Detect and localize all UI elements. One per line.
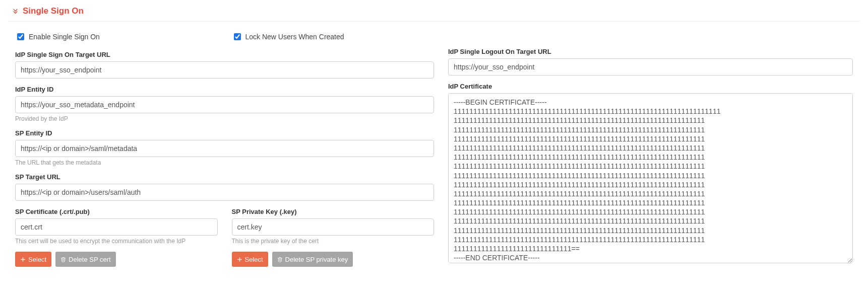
lock-new-users-label: Lock New Users When Created	[245, 33, 344, 41]
sp-target-url-label: SP Target URL	[15, 173, 434, 181]
sp-target-url-input[interactable]	[15, 184, 434, 201]
enable-sso-checkbox[interactable]	[17, 33, 24, 40]
idp-entity-id-hint: Provided by the IdP	[15, 115, 434, 122]
sp-key-delete-button[interactable]: Delete SP private key	[272, 252, 353, 267]
idp-target-url-input[interactable]	[15, 61, 434, 79]
sp-cert-delete-button[interactable]: Delete SP cert	[55, 252, 116, 267]
sp-certificate-input[interactable]	[15, 218, 218, 236]
plus-icon	[20, 257, 26, 262]
sp-key-delete-label: Delete SP private key	[285, 256, 348, 263]
sp-certificate-label: SP Certificate (.crt/.pub)	[15, 208, 218, 215]
section-header[interactable]: Single Sign On	[8, 6, 860, 22]
lock-new-users-checkbox[interactable]	[234, 33, 241, 40]
trash-icon	[60, 257, 66, 262]
idp-entity-id-input[interactable]	[15, 96, 434, 113]
idp-certificate-label: IdP Certificate	[448, 83, 853, 90]
enable-sso-label: Enable Single Sign On	[29, 33, 100, 41]
idp-certificate-textarea[interactable]	[448, 93, 853, 263]
idp-logout-url-label: IdP Single Logout On Target URL	[448, 48, 853, 55]
sp-key-select-label: Select	[245, 256, 263, 263]
idp-logout-url-input[interactable]	[448, 58, 853, 76]
sp-entity-id-input[interactable]	[15, 140, 434, 157]
sp-private-key-hint: This is the private key of the cert	[232, 238, 435, 245]
sp-private-key-input[interactable]	[232, 218, 435, 236]
sp-cert-select-button[interactable]: Select	[15, 252, 51, 267]
sp-key-select-button[interactable]: Select	[232, 252, 268, 267]
section-title: Single Sign On	[23, 6, 84, 16]
sp-entity-id-hint: The URL that gets the metadata	[15, 159, 434, 166]
chevron-double-down-icon	[12, 8, 19, 15]
sp-cert-delete-label: Delete SP cert	[69, 256, 111, 263]
idp-entity-id-label: IdP Entity ID	[15, 86, 434, 93]
trash-icon	[277, 257, 283, 262]
idp-target-url-label: IdP Single Sign On Target URL	[15, 51, 434, 58]
plus-icon	[237, 257, 242, 262]
sp-cert-select-label: Select	[28, 256, 46, 263]
sp-private-key-label: SP Private Key (.key)	[232, 208, 435, 215]
sp-entity-id-label: SP Entity ID	[15, 129, 434, 137]
sp-certificate-hint: This cert will be used to encrypt the co…	[15, 238, 218, 245]
